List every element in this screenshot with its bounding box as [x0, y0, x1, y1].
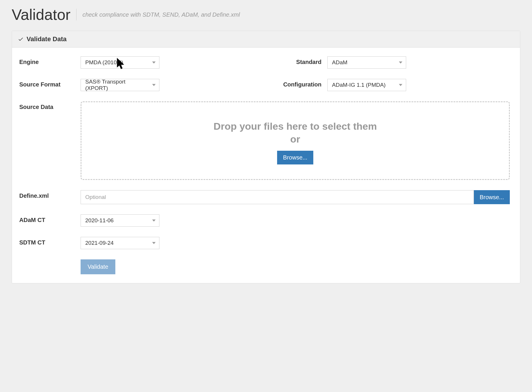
define-xml-label: Define.xml — [19, 190, 81, 199]
chevron-down-icon — [152, 84, 156, 86]
standard-select[interactable]: ADaM — [327, 56, 406, 69]
configuration-select[interactable]: ADaM-IG 1.1 (PMDA) — [327, 79, 406, 91]
sdtm-ct-value: 2021-09-24 — [85, 240, 114, 246]
browse-files-button[interactable]: Browse... — [277, 151, 313, 164]
page-subtitle: check compliance with SDTM, SEND, ADaM, … — [82, 11, 240, 18]
dropzone-text-line2: or — [87, 133, 503, 145]
configuration-value: ADaM-IG 1.1 (PMDA) — [332, 82, 386, 88]
check-icon — [18, 36, 24, 42]
adam-ct-value: 2020-11-06 — [85, 217, 114, 224]
standard-label: Standard — [266, 56, 327, 65]
configuration-label: Configuration — [266, 79, 327, 88]
page-title: Validator — [12, 6, 76, 23]
chevron-down-icon — [152, 242, 156, 244]
chevron-down-icon — [399, 62, 402, 64]
engine-label: Engine — [19, 56, 81, 65]
engine-select[interactable]: PMDA (2010.2) — [81, 56, 159, 69]
define-xml-browse-button[interactable]: Browse... — [474, 190, 510, 204]
source-format-select[interactable]: SAS® Transport (XPORT) — [81, 79, 159, 91]
engine-value: PMDA (2010.2) — [85, 59, 123, 66]
source-format-label: Source Format — [19, 79, 81, 88]
panel-header: Validate Data — [12, 31, 520, 48]
validate-button[interactable]: Validate — [81, 259, 115, 274]
chevron-down-icon — [152, 220, 156, 222]
sdtm-ct-label: SDTM CT — [19, 237, 81, 246]
source-data-dropzone[interactable]: Drop your files here to select them or B… — [81, 101, 510, 180]
chevron-down-icon — [399, 84, 402, 86]
header-divider — [76, 9, 77, 20]
define-xml-input[interactable] — [81, 190, 474, 204]
adam-ct-select[interactable]: 2020-11-06 — [81, 214, 159, 227]
validate-panel: Validate Data Engine PMDA (2010.2) Stand… — [12, 31, 520, 283]
standard-value: ADaM — [332, 59, 347, 66]
source-data-label: Source Data — [19, 101, 81, 110]
adam-ct-label: ADaM CT — [19, 214, 81, 223]
source-format-value: SAS® Transport (XPORT) — [85, 79, 147, 91]
dropzone-text-line1: Drop your files here to select them — [87, 120, 503, 133]
sdtm-ct-select[interactable]: 2021-09-24 — [81, 237, 159, 249]
chevron-down-icon — [152, 62, 156, 64]
panel-title: Validate Data — [27, 35, 67, 43]
